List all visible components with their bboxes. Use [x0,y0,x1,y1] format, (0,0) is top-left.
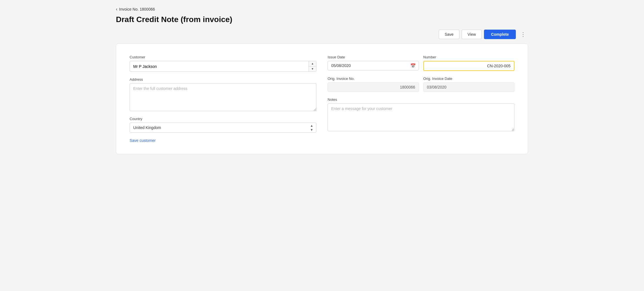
customer-input[interactable] [130,62,309,71]
issue-date-input[interactable] [328,61,407,70]
complete-button[interactable]: Complete [484,30,516,39]
orig-invoice-no-value: 1800066 [328,82,419,92]
customer-spinner: ▲ ▼ [309,61,316,71]
notes-field-group: Notes [328,97,514,131]
number-input[interactable] [424,61,514,70]
country-label: Country [130,117,316,121]
orig-invoice-row: Orig. Invoice No. 1800066 Orig. Invoice … [328,77,514,92]
customer-spin-up[interactable]: ▲ [309,61,316,66]
orig-invoice-no-field-group: Orig. Invoice No. 1800066 [328,77,419,92]
address-field-group: Address [130,77,316,111]
toolbar: Save View Complete ⋮ [116,30,528,39]
save-button[interactable]: Save [439,30,459,39]
left-column: Customer ▲ ▼ Address Cou [130,55,316,143]
issue-date-label: Issue Date [328,55,419,59]
address-label: Address [130,77,316,82]
more-options-button[interactable]: ⋮ [518,30,528,38]
back-link-label: Invoice No. 1800066 [119,7,155,11]
customer-field-group: Customer ▲ ▼ [130,55,316,72]
customer-spin-down[interactable]: ▼ [309,66,316,71]
form-grid: Customer ▲ ▼ Address Cou [130,55,514,143]
form-card: Customer ▲ ▼ Address Cou [116,44,528,154]
calendar-icon[interactable]: 📅 [407,63,419,68]
view-button[interactable]: View [462,30,482,39]
issue-date-field-group: Issue Date 📅 [328,55,419,71]
orig-invoice-no-label: Orig. Invoice No. [328,77,419,81]
customer-input-wrapper: ▲ ▼ [130,61,316,72]
orig-invoice-date-field-group: Orig. Invoice Date 03/08/2020 [423,77,515,92]
orig-invoice-date-label: Orig. Invoice Date [423,77,515,81]
address-textarea[interactable] [130,83,316,111]
country-field-group: Country United Kingdom ▲▼ [130,117,316,133]
notes-textarea[interactable] [328,103,514,131]
number-field-group: Number [423,55,515,71]
country-select[interactable]: United Kingdom [130,123,316,132]
country-select-wrapper: United Kingdom ▲▼ [130,123,316,133]
issue-date-input-wrapper: 📅 [328,61,419,70]
issue-date-number-row: Issue Date 📅 Number [328,55,514,71]
notes-label: Notes [328,97,514,102]
right-column: Issue Date 📅 Number [328,55,514,143]
number-input-highlighted-wrapper [423,61,515,71]
customer-label: Customer [130,55,316,59]
back-link[interactable]: ‹ Invoice No. 1800066 [116,7,528,12]
page-title: Draft Credit Note (from invoice) [116,15,528,24]
number-label: Number [423,55,515,59]
orig-invoice-date-value: 03/08/2020 [423,82,515,92]
back-arrow-icon: ‹ [116,7,117,12]
save-customer-link[interactable]: Save customer [130,138,316,143]
